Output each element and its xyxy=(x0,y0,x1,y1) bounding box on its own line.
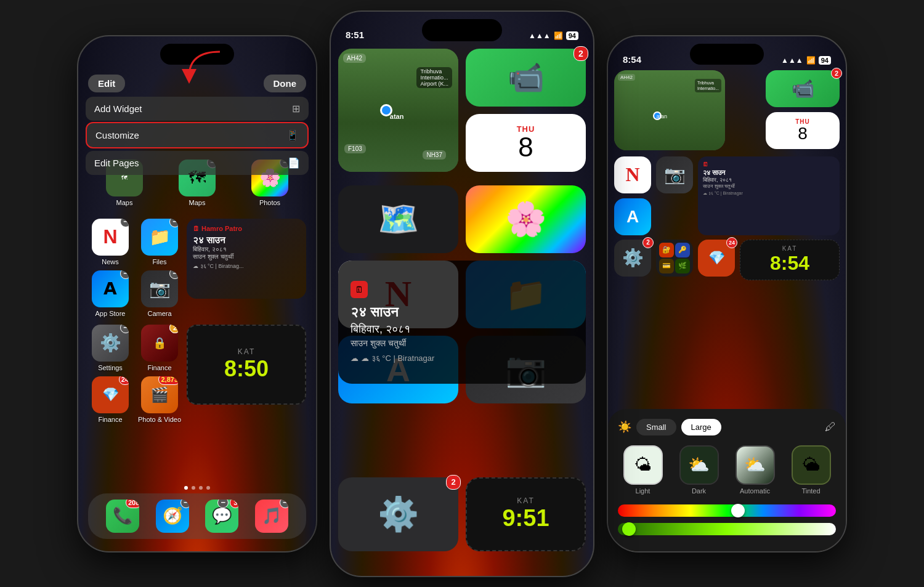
facetime-badge-center: 2 xyxy=(573,46,588,61)
appstore-minus: − xyxy=(120,270,129,279)
settings-group-center[interactable]: ⚙️ 2 xyxy=(338,477,458,551)
files-icon-wrap[interactable]: 📁 − Files xyxy=(137,219,182,265)
hamro-patro-large-center[interactable]: 🗓 २४ साउन बिहिवार, २०८१ साउन शुक्ल चतुर्… xyxy=(338,261,586,384)
settings-minus: − xyxy=(120,325,129,333)
top-widgets: AH42 TribhuvaInternatio...Airport (K... … xyxy=(338,49,586,172)
customize-menu-item[interactable]: Customize 📱 xyxy=(86,122,309,148)
widget-option-tinted[interactable]: 🌥 Tinted xyxy=(792,445,831,495)
right-settings[interactable]: ⚙️ 2 xyxy=(614,240,651,277)
left-phone: Edit Done Add Widget ⊞ Customize 📱 Edit … xyxy=(77,35,317,553)
widget-option-dark[interactable]: ⛅ Dark xyxy=(679,445,719,495)
finance2-icon-wrap[interactable]: 💎 24 Finance xyxy=(88,376,132,423)
right-col-top: 📹 2 THU 8 xyxy=(466,49,586,172)
right-battery: 94 xyxy=(819,56,831,65)
done-button[interactable]: Done xyxy=(264,75,307,92)
finance-photovideo-col: 🔒 − 2 Finance 🎬 2,873 Photo & Video xyxy=(137,325,182,423)
facetime-icon-center[interactable]: 📹 2 xyxy=(466,49,586,107)
app-grid-left: 🗺 Maps 🗺 − Maps 🌸 − xyxy=(78,160,316,431)
signal-icon: ▲▲▲ xyxy=(529,31,551,40)
finance-icon-wrap[interactable]: 🔒 − 2 Finance xyxy=(137,325,182,371)
right-row2: N A 📷 🗓 २४ साउन बिहिवार, २०८१ साउन xyxy=(614,156,840,235)
hamro-patro-widget[interactable]: 🗓 Hamro Patro २४ साउन बिहिवार, २०८१ साउन… xyxy=(187,219,306,299)
right-kat-clock[interactable]: KAT 8:54 xyxy=(740,240,840,280)
large-size-btn[interactable]: Large xyxy=(681,419,721,435)
page-dot-3 xyxy=(199,486,203,490)
files-minus: − xyxy=(169,219,178,227)
finance-badge: 24 xyxy=(119,376,129,385)
edit-pages-menu-item[interactable]: Edit Pages 📄 xyxy=(86,151,309,175)
settings-finance2-col: ⚙️ − Settings 💎 24 Finance xyxy=(88,325,132,423)
right-wifi-icon: 📶 xyxy=(806,56,816,65)
settings-icon-wrap[interactable]: ⚙️ − Settings xyxy=(88,325,132,371)
dock-phone[interactable]: 📞 208 xyxy=(105,500,140,533)
right-phone-content: AH42 TribhuvaInternatio... atan 📹 2 THU … xyxy=(608,36,846,551)
sun-icon: ☀️ xyxy=(618,420,631,434)
photovideo-badge: 2,873 xyxy=(158,376,178,385)
edit-button[interactable]: Edit xyxy=(88,75,125,92)
calendar-icon-center[interactable]: THU 8 xyxy=(466,114,586,172)
news-icon-wrap[interactable]: N − Add Widget News xyxy=(88,219,132,265)
clock-widget-center[interactable]: KAT 9:51 xyxy=(466,477,586,551)
page-dot-1 xyxy=(184,486,188,490)
right-camera[interactable]: 📷 xyxy=(656,156,693,193)
page-dots xyxy=(78,486,316,490)
center-dynamic-island xyxy=(422,19,502,41)
maps-icon-center[interactable]: 🗺️ xyxy=(338,185,458,253)
right-appstore[interactable]: A xyxy=(614,198,651,235)
battery-indicator: 94 xyxy=(566,31,578,40)
right-map-widget[interactable]: AH42 TribhuvaInternatio... atan xyxy=(614,70,725,150)
right-badge-col: 💎 24 xyxy=(698,240,735,280)
add-widget-menu-item[interactable]: Add Widget ⊞ xyxy=(86,97,309,121)
color-slider-rainbow[interactable] xyxy=(618,504,836,517)
right-hamro-widget[interactable]: 🗓 २४ साउन बिहिवार, २०८१ साउन शुक्ल चतुर्… xyxy=(698,156,840,235)
safari-minus: − xyxy=(180,500,189,508)
appstore-icon-wrap[interactable]: 𝗔 − App Store xyxy=(88,270,132,317)
news-minus: − xyxy=(120,219,129,227)
right-top-right-col: 📹 2 THU 8 xyxy=(766,70,840,149)
messages-badge: 3 xyxy=(230,500,238,508)
color-slider-green[interactable] xyxy=(618,523,836,535)
size-selector-row: ☀️ Small Large 🖊 xyxy=(618,419,836,435)
small-size-btn[interactable]: Small xyxy=(636,419,676,435)
color-slider-thumb-green[interactable] xyxy=(622,522,636,536)
menu-section: Add Widget ⊞ Customize 📱 Edit Pages 📄 xyxy=(86,97,309,175)
row-settings-clock: ⚙️ − Settings 💎 24 Finance xyxy=(88,325,306,423)
finance-badge2: 2 xyxy=(169,325,178,333)
page-dot-2 xyxy=(192,486,195,490)
dock-music[interactable]: 🎵 − xyxy=(254,500,289,533)
phone-badge: 208 xyxy=(126,500,139,508)
map-widget-center[interactable]: AH42 TribhuvaInternatio...Airport (K... … xyxy=(338,49,458,172)
right-signal-icon: ▲▲▲ xyxy=(781,56,803,65)
right-facetime[interactable]: 📹 2 xyxy=(766,70,840,107)
color-slider-thumb-rainbow[interactable] xyxy=(731,504,745,517)
widget-option-auto[interactable]: ⛅ Automatic xyxy=(736,445,775,495)
eyedropper-icon[interactable]: 🖊 xyxy=(825,421,836,434)
middle-row: 🗺️ 🌸 xyxy=(338,185,586,253)
settings-badge: 2 xyxy=(446,475,461,490)
right-dynamic-island xyxy=(690,44,764,65)
right-finance-group[interactable]: 🔐 🔑 💳 🌿 xyxy=(656,240,693,277)
music-minus: − xyxy=(280,500,288,508)
clock-widget[interactable]: KAT 8:50 xyxy=(187,325,306,405)
dock-messages[interactable]: 💬 3 − xyxy=(205,500,239,533)
right-status-icons: ▲▲▲ 📶 94 xyxy=(781,56,831,65)
wifi-icon: 📶 xyxy=(554,31,563,40)
right-news[interactable]: N xyxy=(614,156,651,193)
photovideo-icon-wrap[interactable]: 🎬 2,873 Photo & Video xyxy=(137,376,182,423)
row-news-hamro: N − Add Widget News 𝗔 − App Store xyxy=(88,219,306,317)
widget-panel: ☀️ Small Large 🖊 🌤 Light xyxy=(608,409,846,551)
photos-icon-center[interactable]: 🌸 xyxy=(466,185,586,253)
right-news-appstore: N A xyxy=(614,156,651,235)
dock-safari[interactable]: 🧭 − xyxy=(155,500,190,533)
dock: 📞 208 🧭 − 💬 3 − xyxy=(88,493,306,539)
right-finance2[interactable]: 💎 24 xyxy=(698,240,735,277)
left-phone-content: Edit Done Add Widget ⊞ Customize 📱 Edit … xyxy=(78,36,316,551)
right-phone: 8:54 ▲▲▲ 📶 94 AH42 TribhuvaInternatio...… xyxy=(607,35,847,553)
camera-icon-wrap[interactable]: 📷 − Camera xyxy=(137,270,182,317)
scene: Edit Done Add Widget ⊞ Customize 📱 Edit … xyxy=(0,0,924,587)
right-calendar[interactable]: THU 8 xyxy=(766,112,840,149)
page-dot-4 xyxy=(206,486,210,490)
widget-option-light[interactable]: 🌤 Light xyxy=(623,445,663,495)
right-settings-badge: 2 xyxy=(642,237,654,248)
right-row3: ⚙️ 2 🔐 🔑 💳 🌿 💎 xyxy=(614,240,840,280)
